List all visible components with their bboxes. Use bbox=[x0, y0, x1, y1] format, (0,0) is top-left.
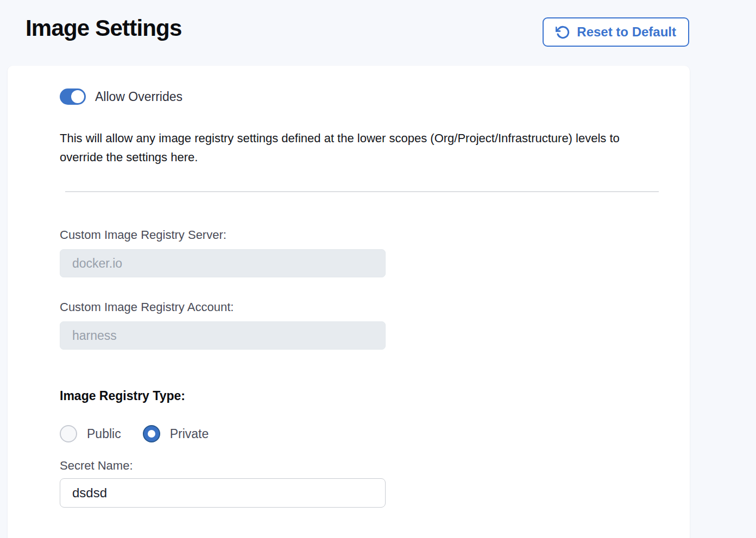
allow-overrides-toggle[interactable] bbox=[60, 88, 86, 105]
registry-type-options: Public Private bbox=[60, 425, 665, 442]
image-settings-panel: Allow Overrides This will allow any imag… bbox=[8, 66, 690, 538]
radio-public-circle[interactable] bbox=[60, 425, 77, 442]
registry-account-input[interactable] bbox=[60, 321, 386, 350]
secret-name-label: Secret Name: bbox=[60, 459, 665, 473]
reset-to-default-button[interactable]: Reset to Default bbox=[543, 17, 689, 47]
radio-private-label: Private bbox=[170, 427, 209, 441]
registry-type-label: Image Registry Type: bbox=[60, 389, 665, 403]
allow-overrides-row: Allow Overrides bbox=[60, 88, 665, 105]
divider bbox=[65, 191, 659, 192]
registry-server-input[interactable] bbox=[60, 249, 386, 277]
registry-account-label: Custom Image Registry Account: bbox=[60, 300, 665, 314]
radio-public-label: Public bbox=[87, 427, 121, 441]
radio-private-dot bbox=[148, 430, 155, 438]
reset-ccw-icon bbox=[556, 25, 570, 40]
toggle-knob bbox=[71, 90, 84, 103]
registry-server-label: Custom Image Registry Server: bbox=[60, 228, 665, 242]
secret-name-input[interactable] bbox=[60, 478, 386, 508]
radio-option-private[interactable]: Private bbox=[143, 425, 209, 442]
radio-private-circle[interactable] bbox=[143, 425, 160, 442]
override-description: This will allow any image registry setti… bbox=[60, 129, 665, 167]
radio-option-public[interactable]: Public bbox=[60, 425, 121, 442]
page-title: Image Settings bbox=[26, 15, 182, 41]
reset-button-label: Reset to Default bbox=[577, 24, 676, 40]
allow-overrides-label: Allow Overrides bbox=[95, 90, 182, 104]
